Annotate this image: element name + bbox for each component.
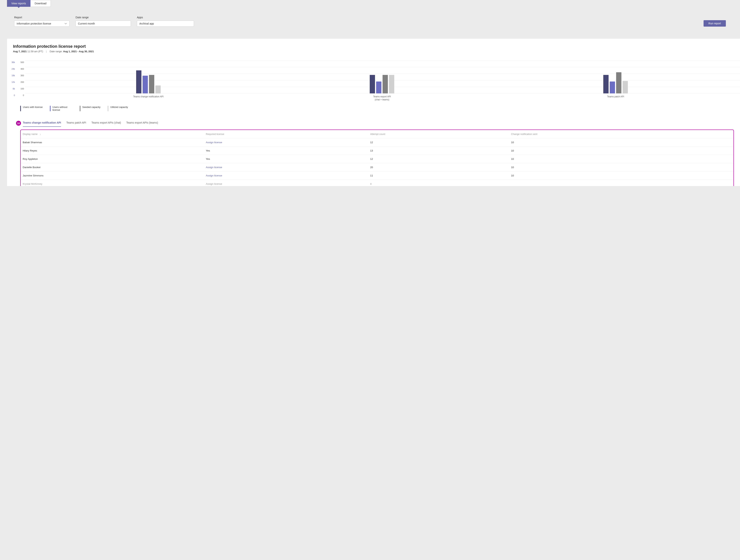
- table-row: Roy AppletonYes1210: [21, 155, 733, 163]
- table-highlight-outline: Display name ↓ Required license Attempt …: [20, 129, 734, 186]
- col-display-name[interactable]: Display name ↓: [21, 130, 204, 138]
- bar: [389, 75, 394, 93]
- cell-attempt-count: 4: [368, 180, 509, 186]
- chart: 30k50024k40018k30012k2006k10000 Teams ch…: [7, 61, 740, 102]
- cell-notification-sent: 10: [509, 155, 733, 163]
- bar: [143, 76, 148, 94]
- cell-attempt-count: 11: [368, 172, 509, 180]
- y-right-tick: 200: [16, 81, 25, 83]
- subtab-export-chat[interactable]: Teams export APIs (chat): [91, 120, 121, 127]
- legend-item: Utilized capacity: [108, 106, 128, 111]
- daterange-select[interactable]: Current month: [76, 21, 131, 27]
- bar-group: Teams export API(chat + teams): [265, 61, 499, 102]
- legend-label: Utilized capacity: [110, 106, 128, 109]
- cell-attempt-count: 12: [368, 138, 509, 147]
- bar: [370, 75, 375, 93]
- bar-groups: Teams change notification APITeams expor…: [31, 61, 732, 102]
- report-timestamp-time: 11:59 am (PT): [27, 50, 43, 53]
- cell-display-name: Babak Shammas: [21, 138, 204, 147]
- bar: [149, 75, 154, 93]
- group-label: Teams change notification API: [133, 95, 164, 98]
- cell-notification-sent: [509, 180, 733, 186]
- legend-swatch: [50, 106, 51, 111]
- report-select-value: Information protection license: [17, 22, 51, 25]
- bar: [156, 86, 161, 93]
- report-timestamp-date: Aug 7, 2021: [13, 50, 27, 53]
- cell-required-license: Yes: [204, 155, 368, 163]
- bar-group: Teams change notification API: [31, 61, 265, 102]
- y-right-tick: 400: [16, 68, 25, 70]
- bar: [616, 72, 622, 93]
- apps-label: Apps: [137, 16, 194, 19]
- legend-swatch: [20, 106, 21, 111]
- report-select[interactable]: Information protection license: [14, 21, 70, 27]
- y-right-tick: 0: [16, 94, 25, 96]
- subtab-patch[interactable]: Teams patch API: [66, 120, 86, 127]
- legend-item: Users with license: [20, 106, 43, 111]
- legend-swatch: [108, 106, 108, 111]
- cell-display-name: Krystal McKinney: [21, 180, 204, 186]
- sort-down-icon: ↓: [40, 133, 41, 135]
- assign-license-link[interactable]: Assign license: [204, 180, 368, 186]
- cell-attempt-count: 12: [368, 155, 509, 163]
- report-title: Information protection license report: [13, 44, 734, 49]
- tab-view-reports[interactable]: View reports: [7, 0, 30, 7]
- report-label: Report: [14, 16, 70, 19]
- daterange-select-value: Current month: [78, 22, 95, 25]
- y-left-tick: 6k: [7, 88, 16, 90]
- daterange-label: Date range: [76, 16, 131, 19]
- group-label: Teams patch API: [607, 95, 624, 98]
- subtab-change-notification[interactable]: Teams change notification API: [23, 120, 61, 127]
- cell-display-name: Danielle Booker: [21, 163, 204, 172]
- y-left-tick: 18k: [7, 74, 16, 77]
- col-attempt-count[interactable]: Attempt count: [368, 130, 509, 138]
- col-notification-sent[interactable]: Change notification sent: [509, 130, 733, 138]
- report-card: Information protection license report Au…: [7, 39, 740, 186]
- subtab-export-teams[interactable]: Teams export APIs (teams): [126, 120, 158, 127]
- col-display-name-label: Display name: [23, 133, 37, 135]
- users-table: Display name ↓ Required license Attempt …: [21, 130, 733, 186]
- assign-license-link[interactable]: Assign license: [204, 163, 368, 172]
- table-row: Hilary ReyesYes1310: [21, 147, 733, 155]
- cell-display-name: Jazmine Simmons: [21, 172, 204, 180]
- table-row: Danielle BookerAssign license2010: [21, 163, 733, 172]
- y-right-tick: 100: [16, 88, 25, 90]
- daterange-prefix: Date range:: [50, 50, 63, 53]
- assign-license-link[interactable]: Assign license: [204, 172, 368, 180]
- y-left-tick: 12k: [7, 81, 16, 83]
- sub-tabs: 10 Teams change notification API Teams p…: [7, 116, 740, 127]
- cell-notification-sent: 10: [509, 172, 733, 180]
- run-report-button[interactable]: Run report: [704, 20, 726, 27]
- cell-attempt-count: 13: [368, 147, 509, 155]
- legend-label: Users with license: [23, 106, 43, 109]
- legend-item: Seeded capacity: [80, 106, 100, 111]
- cell-notification-sent: 10: [509, 147, 733, 155]
- y-left-tick: 24k: [7, 68, 16, 70]
- col-required-license[interactable]: Required license: [204, 130, 368, 138]
- legend-label: Seeded capacity: [82, 106, 100, 109]
- cell-display-name: Hilary Reyes: [21, 147, 204, 155]
- table-row: Babak ShammasAssign license1210: [21, 138, 733, 147]
- report-meta: Aug 7, 2021 11:59 am (PT) | Date range: …: [13, 50, 734, 53]
- assign-license-link[interactable]: Assign license: [204, 138, 368, 147]
- bar: [136, 71, 142, 94]
- chevron-down-icon: [64, 22, 67, 25]
- bar-group: Teams patch API: [499, 61, 732, 102]
- legend-label: Users without license: [53, 106, 73, 111]
- meta-separator: |: [46, 50, 47, 53]
- y-right-tick: 300: [16, 74, 25, 77]
- apps-select[interactable]: Archival app: [137, 21, 194, 27]
- cell-notification-sent: 10: [509, 163, 733, 172]
- daterange-value: Aug 1, 2021 - Aug 30, 2021: [63, 50, 94, 53]
- tab-download[interactable]: Download: [30, 0, 51, 7]
- cell-attempt-count: 20: [368, 163, 509, 172]
- y-right-tick: 500: [16, 61, 25, 64]
- table-row: Krystal McKinneyAssign license4: [21, 180, 733, 186]
- bar: [383, 75, 388, 93]
- bar: [623, 81, 628, 94]
- bar: [610, 82, 615, 93]
- group-label: Teams export API(chat + teams): [373, 95, 391, 101]
- legend-item: Users without license: [50, 106, 73, 111]
- cell-notification-sent: 10: [509, 138, 733, 147]
- top-tabs: View reports Download: [0, 0, 740, 7]
